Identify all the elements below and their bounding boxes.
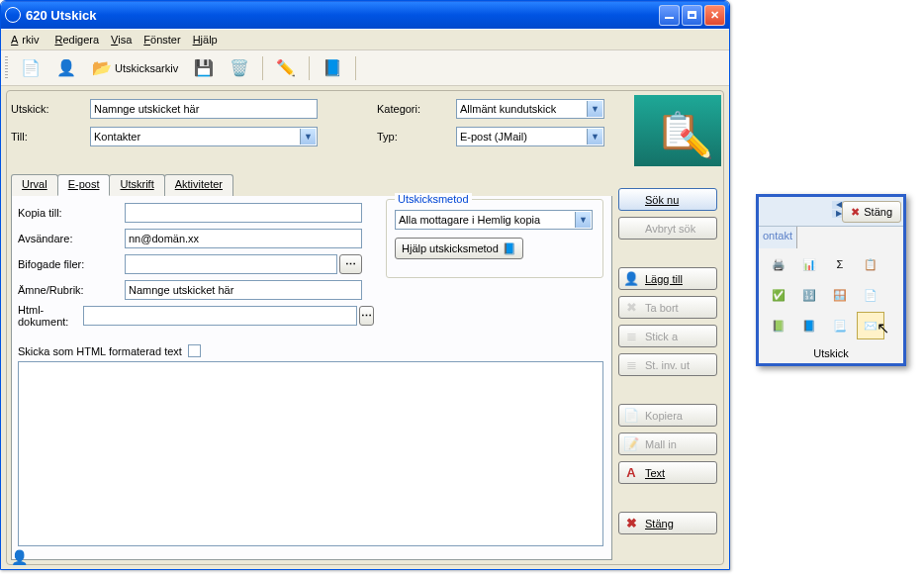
tab-urval[interactable]: Urval: [11, 174, 58, 196]
folder-icon: 📂: [92, 58, 112, 78]
popup-toolbar[interactable]: ◀ ▶ ✖ Stäng ontakt 🖨️ 📊 Σ 📋 ✅ 🔢 🪟 📄 📗 📘 …: [756, 194, 906, 366]
popup-icon-print[interactable]: 🖨️: [765, 250, 792, 278]
tab-aktiviteter[interactable]: Aktiviteter: [164, 174, 233, 196]
avsandare-label: Avsändare:: [18, 233, 125, 244]
typ-combo[interactable]: E-post (JMail)▼: [456, 127, 604, 146]
save-icon: 💾: [194, 58, 214, 78]
toolbar: 📄 👤 📂Utskicksarkiv 💾 🗑️ ✏️ 📘: [1, 50, 729, 86]
list-icon: ≣: [623, 329, 639, 344]
menu-hjalp[interactable]: Hjälp: [189, 32, 222, 48]
stick1-button: ≣Stick a: [618, 325, 717, 347]
book-icon: 📘: [503, 242, 516, 255]
popup-icon-page[interactable]: 📃: [826, 312, 854, 339]
tab-panel-epost: Kopia till: Avsändare: Bifogade filer: ⋯…: [11, 196, 612, 560]
chevron-down-icon: ▼: [587, 129, 602, 144]
bifogade-input[interactable]: [125, 254, 337, 274]
html-textarea[interactable]: [18, 361, 603, 546]
html-input[interactable]: [83, 306, 357, 326]
main-window: 620 Utskick ✕ Arkiv Redigera Visa Fönste…: [0, 0, 730, 570]
popup-icon-doc[interactable]: 📄: [857, 281, 884, 309]
kategori-label: Kategori:: [377, 103, 456, 115]
add-person-icon: 👤: [56, 58, 76, 78]
statusbar-user-icon: 👤: [11, 549, 25, 563]
menu-visa[interactable]: Visa: [107, 32, 136, 48]
tab-utskrift[interactable]: Utskrift: [109, 174, 164, 196]
tool-save[interactable]: 💾: [189, 54, 219, 82]
minimize-button[interactable]: [659, 5, 680, 26]
menu-fonster[interactable]: Fönster: [139, 32, 184, 48]
tool-utskicksarkiv[interactable]: 📂Utskicksarkiv: [87, 54, 183, 82]
tabs: Urval E-post Utskrift Aktiviteter: [11, 174, 232, 196]
avsandare-input[interactable]: [125, 229, 362, 248]
mall-in-button: 📝Mall in: [618, 433, 717, 455]
sok-nu-button[interactable]: Sök nu: [618, 188, 717, 211]
popup-icon-numbers[interactable]: 🔢: [795, 281, 823, 309]
bifogade-label: Bifogade filer:: [18, 258, 125, 270]
tool-help[interactable]: 📘: [318, 54, 347, 82]
copy-icon: 📄: [623, 408, 639, 424]
popup-icon-excel[interactable]: 📗: [765, 312, 792, 339]
cursor-icon: ↖: [877, 319, 889, 337]
popup-icon-window[interactable]: 🪟: [826, 281, 854, 309]
text-icon: A: [623, 465, 639, 481]
new-record-icon: 📄: [21, 58, 41, 78]
chevron-down-icon: ▼: [575, 212, 591, 228]
side-buttons: Sök nu Avbryt sök 👤Lägg till ✖Ta bort ≣S…: [618, 188, 717, 534]
content-area: Utskick: Till: Kontakter▼ Kategori: Allm…: [6, 90, 724, 565]
kopia-input[interactable]: [125, 203, 362, 223]
amne-label: Ämne/Rubrik:: [18, 284, 125, 296]
tool-new-record[interactable]: 📄: [16, 54, 46, 82]
titlebar[interactable]: 620 Utskick ✕: [1, 1, 729, 29]
stang-button[interactable]: ✖Stäng: [618, 512, 717, 534]
popup-stang-button[interactable]: ✖ Stäng: [842, 201, 901, 223]
list-icon: ≣: [623, 357, 639, 373]
till-combo[interactable]: Kontakter▼: [90, 127, 318, 146]
popup-icon-check[interactable]: ✅: [765, 281, 792, 309]
chevron-down-icon: ▼: [300, 129, 316, 144]
menubar: Arkiv Redigera Visa Fönster Hjälp: [1, 29, 729, 50]
help-utskicksmetod-button[interactable]: Hjälp utskicksmetod 📘: [395, 238, 523, 259]
tool-edit[interactable]: ✏️: [271, 54, 301, 82]
utskicksmetod-fieldset: Utskicksmetod Alla mottagare i Hemlig ko…: [386, 199, 603, 278]
till-label: Till:: [11, 131, 90, 143]
delete-icon: 🗑️: [230, 58, 249, 78]
html-browse-button[interactable]: ⋯: [359, 306, 374, 326]
avbryt-sok-button: Avbryt sök: [618, 217, 717, 240]
menu-redigera[interactable]: Redigera: [50, 32, 103, 48]
utskick-label: Utskick:: [11, 103, 90, 115]
text-button[interactable]: AText: [618, 461, 717, 484]
bifogade-browse-button[interactable]: ⋯: [339, 254, 362, 274]
amne-input[interactable]: [125, 280, 362, 300]
utskicksmetod-combo[interactable]: Alla mottagare i Hemlig kopia▼: [395, 210, 593, 230]
menu-arkiv[interactable]: Arkiv: [7, 32, 46, 48]
tool-delete[interactable]: 🗑️: [225, 54, 254, 82]
html-dok-label: Html-dokument:: [18, 304, 83, 328]
kategori-combo[interactable]: Allmänt kundutskick▼: [456, 99, 604, 119]
lagg-till-button[interactable]: 👤Lägg till: [618, 267, 717, 290]
add-person-icon: 👤: [623, 271, 639, 287]
maximize-button[interactable]: [682, 5, 702, 26]
close-icon: ✖: [851, 206, 860, 219]
app-icon: [5, 7, 21, 23]
popup-header: ◀ ▶ ✖ Stäng: [759, 197, 903, 227]
skicka-som-checkbox[interactable]: [188, 344, 201, 357]
popup-title: Utskick: [759, 343, 903, 363]
popup-icon-sum[interactable]: Σ: [826, 250, 854, 278]
remove-icon: ✖: [623, 300, 639, 316]
utskick-input[interactable]: [90, 99, 318, 119]
tab-epost[interactable]: E-post: [57, 174, 111, 196]
kopiera-button: 📄Kopiera: [618, 404, 717, 427]
tool-add-person[interactable]: 👤: [51, 54, 81, 82]
pencil-icon: ✏️: [679, 128, 713, 160]
window-title: 620 Utskick: [26, 8, 659, 23]
close-button[interactable]: ✕: [704, 5, 725, 26]
popup-icon-table[interactable]: 📋: [857, 250, 884, 278]
close-icon: ✖: [623, 516, 639, 531]
edit-icon: ✏️: [276, 58, 296, 78]
html-body-section: Skicka som HTML formaterad text: [18, 344, 603, 551]
toolbar-grip[interactable]: [5, 56, 8, 80]
header-panel: Utskick: Till: Kontakter▼ Kategori: Allm…: [11, 97, 717, 152]
popup-icon-word[interactable]: 📘: [795, 312, 823, 339]
popup-icon-chart[interactable]: 📊: [795, 250, 823, 278]
stick2-button: ≣St. inv. ut: [618, 353, 717, 376]
